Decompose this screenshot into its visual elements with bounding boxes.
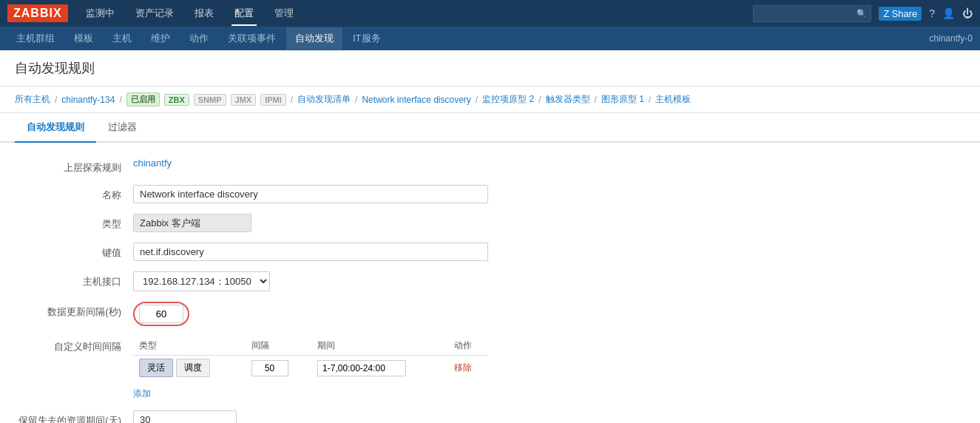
sub-navigation: 主机群组 模板 主机 维护 动作 关联项事件 自动发现 IT服务 chinant… (0, 27, 980, 50)
tab-auto-discovery-rule[interactable]: 自动发现规则 (15, 113, 96, 143)
breadcrumb-graph-proto[interactable]: 图形原型 1 (601, 93, 644, 106)
interval-highlight (133, 302, 189, 326)
breadcrumb-sep6: / (538, 95, 541, 105)
breadcrumb-host[interactable]: chinantfy-134 (61, 95, 115, 105)
nav-reports[interactable]: 报表 (192, 1, 217, 26)
keep-lost-row: 保留失去的资源期间(天) (15, 410, 965, 423)
user-icon[interactable]: 👤 (942, 7, 955, 19)
share-button[interactable]: Z Share (879, 7, 922, 21)
col-action: 动作 (448, 336, 488, 356)
breadcrumb-discovery-list[interactable]: 自动发现清单 (297, 93, 351, 106)
col-type: 类型 (133, 336, 246, 356)
key-input[interactable] (133, 243, 488, 261)
sub-nav-hostgroup[interactable]: 主机群组 (7, 27, 64, 50)
remove-link[interactable]: 移除 (454, 362, 472, 373)
breadcrumb: 所有主机 / chinantfy-134 / 已启用 ZBX SNMP JMX … (0, 87, 980, 113)
sub-nav-correlation[interactable]: 关联项事件 (219, 27, 285, 50)
host-interface-row: 主机接口 192.168.127.134：10050 (15, 271, 965, 291)
breadcrumb-current[interactable]: Network interface discovery (362, 95, 470, 105)
page-title: 自动发现规则 (0, 50, 980, 87)
breadcrumb-host-template[interactable]: 主机模板 (655, 93, 691, 106)
nav-assets[interactable]: 资产记录 (132, 1, 177, 26)
schedule-button[interactable]: 调度 (176, 359, 210, 377)
type-row: 类型 (15, 214, 965, 232)
add-link[interactable]: 添加 (133, 388, 151, 400)
top-nav-right: Z Share ? 👤 ⏻ (753, 5, 973, 22)
search-wrapper (753, 5, 871, 22)
logo: ZABBIX (7, 4, 68, 22)
col-interval: 间隔 (246, 336, 312, 356)
parent-rule-row: 上层探索规则 chinantfy (15, 158, 965, 175)
parent-rule-value: chinantfy (133, 158, 488, 169)
custom-interval-control: 类型 间隔 期间 动作 灵活 调度 (133, 336, 488, 400)
name-control (133, 185, 488, 203)
sub-nav-itservice[interactable]: IT服务 (344, 27, 390, 50)
key-row: 键值 (15, 243, 965, 261)
keep-lost-control (133, 410, 488, 423)
sub-nav-action[interactable]: 动作 (180, 27, 217, 50)
update-interval-control (133, 302, 488, 326)
snmp-badge[interactable]: SNMP (194, 94, 226, 106)
custom-interval-label: 自定义时间间隔 (15, 336, 133, 353)
nav-manage[interactable]: 管理 (271, 1, 297, 26)
update-interval-label: 数据更新间隔(秒) (15, 302, 133, 319)
z-icon: Z (883, 8, 889, 19)
form-content: 上层探索规则 chinantfy 名称 类型 键值 主机接口 192.168.1… (0, 143, 980, 423)
top-navigation: ZABBIX 监测中 资产记录 报表 配置 管理 Z Share ? 👤 ⏻ (0, 0, 980, 27)
breadcrumb-sep5: / (476, 95, 478, 105)
breadcrumb-all-hosts[interactable]: 所有主机 (15, 93, 50, 106)
type-cell: 灵活 调度 (133, 356, 246, 381)
key-label: 键值 (15, 243, 133, 260)
search-input[interactable] (753, 5, 871, 22)
host-interface-label: 主机接口 (15, 271, 133, 288)
sub-nav-host[interactable]: 主机 (104, 27, 141, 50)
status-badge: 已启用 (126, 92, 160, 106)
breadcrumb-sep7: / (595, 95, 597, 105)
power-icon[interactable]: ⏻ (962, 7, 973, 19)
custom-interval-value[interactable] (251, 360, 288, 376)
type-label: 类型 (15, 214, 133, 231)
sub-nav-maintenance[interactable]: 维护 (142, 27, 179, 50)
nav-config[interactable]: 配置 (232, 1, 257, 26)
parent-rule-link[interactable]: chinantfy (133, 154, 172, 169)
sub-nav-autodiscovery[interactable]: 自动发现 (286, 27, 342, 50)
breadcrumb-trigger-type[interactable]: 触发器类型 (546, 93, 590, 106)
breadcrumb-sep1: / (55, 95, 57, 105)
type-control (133, 214, 488, 232)
top-nav-items: 监测中 资产记录 报表 配置 管理 (83, 1, 754, 26)
name-row: 名称 (15, 185, 965, 203)
custom-interval-row: 自定义时间间隔 类型 间隔 期间 动作 灵活 调度 (15, 336, 965, 400)
breadcrumb-sep3: / (291, 95, 293, 105)
name-input[interactable] (133, 185, 488, 203)
breadcrumb-monitor-item[interactable]: 监控项原型 2 (482, 93, 534, 106)
flexible-button[interactable]: 灵活 (139, 359, 173, 377)
key-control (133, 243, 488, 261)
keep-lost-input[interactable] (133, 410, 237, 423)
update-interval-input[interactable] (139, 305, 183, 323)
breadcrumb-sep8: / (649, 95, 651, 105)
action-cell: 移除 (448, 356, 488, 381)
tab-bar: 自动发现规则 过滤器 (0, 113, 980, 143)
jmx-badge[interactable]: JMX (231, 94, 257, 106)
table-row: 灵活 调度 移除 (133, 356, 488, 381)
tab-filter[interactable]: 过滤器 (96, 113, 149, 143)
keep-lost-label: 保留失去的资源期间(天) (15, 410, 133, 423)
nav-monitor[interactable]: 监测中 (83, 1, 118, 26)
interval-cell (246, 356, 312, 381)
help-icon[interactable]: ? (929, 7, 935, 19)
add-row: 添加 (133, 385, 488, 400)
ipmi-badge[interactable]: IPMI (260, 94, 286, 106)
period-cell (311, 356, 448, 381)
period-value[interactable] (317, 360, 406, 376)
zbx-badge[interactable]: ZBX (164, 94, 189, 106)
user-display: chinantfy-0 (929, 33, 973, 44)
host-interface-select[interactable]: 192.168.127.134：10050 (133, 271, 270, 291)
type-input[interactable] (133, 214, 251, 232)
breadcrumb-sep4: / (355, 95, 357, 105)
host-interface-control: 192.168.127.134：10050 (133, 271, 488, 291)
parent-rule-label: 上层探索规则 (15, 158, 133, 175)
sub-nav-template[interactable]: 模板 (65, 27, 102, 50)
name-label: 名称 (15, 185, 133, 202)
custom-interval-table: 类型 间隔 期间 动作 灵活 调度 (133, 336, 488, 380)
col-period: 期间 (311, 336, 448, 356)
